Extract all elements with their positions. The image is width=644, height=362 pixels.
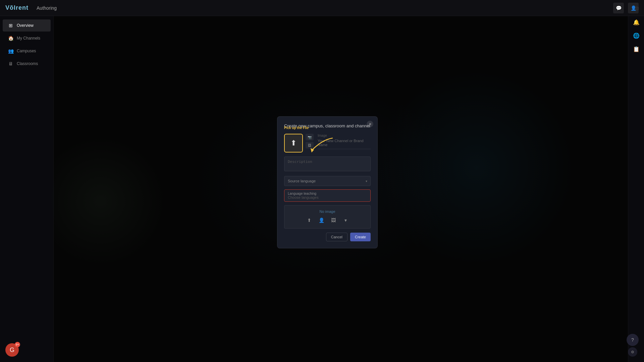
no-image-label: No image xyxy=(288,209,366,214)
image-label: Image xyxy=(318,134,371,137)
description-field xyxy=(284,157,371,173)
sidebar-item-classrooms-label: Classrooms xyxy=(17,61,38,66)
image-action-icons: ⬆ 👤 🖼 ▾ xyxy=(288,216,366,224)
image-upload-area: Pick up the File ⬆ 📷 🖼 Image Your New Ch… xyxy=(284,134,371,153)
sidebar-item-my-channels[interactable]: 🏠 My Channels xyxy=(3,32,51,44)
avatar-badge: 9+ xyxy=(15,342,20,347)
sidebar-item-overview-label: Overview xyxy=(17,23,34,28)
image-icon-btn[interactable]: 🖼 xyxy=(306,142,314,148)
source-language-wrapper: Source language ▾ xyxy=(284,176,371,186)
user-icon-btn[interactable]: 👤 xyxy=(628,3,639,13)
modal-title: Create new campus, classroom and channel xyxy=(284,123,371,128)
image-action-icon[interactable]: 🖼 xyxy=(329,216,337,224)
sidebar: ⊞ Overview 🏠 My Channels 👥 Campuses 🖥 Cl… xyxy=(0,16,54,362)
create-button[interactable]: Create xyxy=(350,233,371,241)
right-globe-btn[interactable]: 🌐 xyxy=(630,29,642,42)
chat-icon-btn[interactable]: 💬 xyxy=(613,3,624,13)
name-field-area: Image Your New Channel or Brand Name xyxy=(316,134,371,149)
right-bell-btn[interactable]: 🔔 xyxy=(630,16,642,28)
overview-icon: ⊞ xyxy=(8,23,13,28)
my-channels-icon: 🏠 xyxy=(8,36,13,41)
authoring-label: Authoring xyxy=(37,5,57,11)
sidebar-item-campuses[interactable]: 👥 Campuses xyxy=(3,45,51,57)
avatar-icon: G xyxy=(10,347,14,354)
svg-marker-0 xyxy=(311,148,314,153)
lang-teaching-label: Language teaching xyxy=(288,192,367,195)
logo-text: VõIrent xyxy=(5,4,29,11)
source-language-select[interactable]: Source language xyxy=(284,176,371,186)
create-modal: Create new campus, classroom and channel… xyxy=(277,116,378,248)
sidebar-item-campuses-label: Campuses xyxy=(17,49,36,53)
avatar[interactable]: G 9+ xyxy=(5,343,19,357)
sidebar-item-overview[interactable]: ⊞ Overview xyxy=(3,19,51,32)
language-teaching-field: Language teaching Choose languages xyxy=(284,189,371,202)
cancel-button[interactable]: Cancel xyxy=(326,233,347,241)
person-action-icon[interactable]: 👤 xyxy=(317,216,325,224)
top-bar-right: 💬 👤 xyxy=(613,3,639,13)
sidebar-item-classrooms[interactable]: 🖥 Classrooms xyxy=(3,58,51,70)
settings-btn-br[interactable]: ⚙ xyxy=(628,347,637,357)
help-btn[interactable]: ? xyxy=(627,334,639,346)
upload-sub-icons: 📷 🖼 xyxy=(306,134,314,148)
main-content: Create new campus, classroom and channel… xyxy=(54,16,628,362)
lang-teaching-placeholder: Choose languages xyxy=(288,195,367,199)
top-bar: VõIrent Authoring 💬 👤 xyxy=(0,0,644,16)
name-hint: Your New Channel or Brand Name xyxy=(318,139,371,149)
camera-icon-btn[interactable]: 📷 xyxy=(306,134,314,140)
right-sidebar: 💬 🔔 🌐 📋 xyxy=(628,0,644,362)
more-action-icon[interactable]: ▾ xyxy=(341,216,350,224)
modal-close-button[interactable]: ✕ xyxy=(367,121,373,127)
upload-box[interactable]: ⬆ xyxy=(284,134,303,153)
campuses-icon: 👥 xyxy=(8,48,13,54)
modal-footer: Cancel Create xyxy=(284,233,371,241)
classrooms-icon: 🖥 xyxy=(8,61,13,66)
right-translate-btn[interactable]: 📋 xyxy=(630,43,642,55)
sidebar-item-my-channels-label: My Channels xyxy=(17,36,40,41)
description-input[interactable] xyxy=(284,157,371,171)
lang-teaching-container[interactable]: Language teaching Choose languages xyxy=(284,189,371,202)
upload-action-icon[interactable]: ⬆ xyxy=(305,216,313,224)
upload-icon: ⬆ xyxy=(290,139,297,147)
modal-image-area: No image ⬆ 👤 🖼 ▾ xyxy=(284,205,371,229)
source-language-field: Source language ▾ xyxy=(284,176,371,186)
bottom-right-controls: ? ⚙ xyxy=(627,334,639,357)
logo: VõIrent xyxy=(5,4,29,11)
